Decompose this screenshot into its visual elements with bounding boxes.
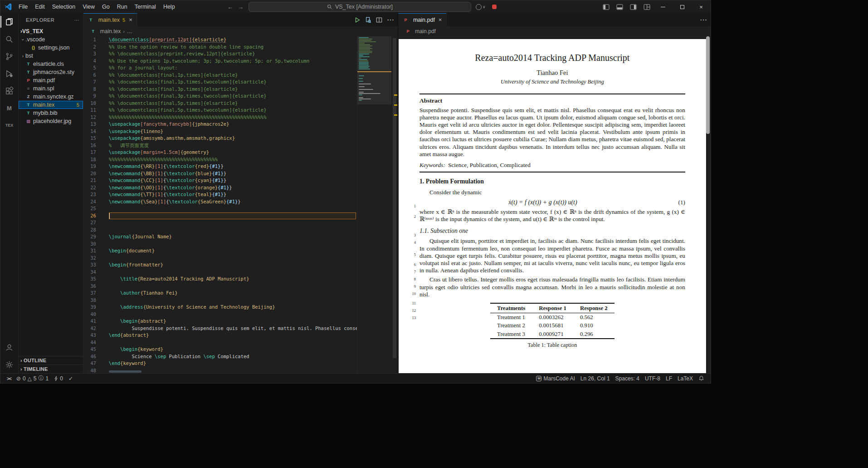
account-icon[interactable] — [0, 339, 19, 356]
line-number[interactable]: 10 — [83, 100, 103, 107]
line-number[interactable]: 37 — [83, 290, 103, 297]
file-tree-item[interactable]: ›.vscode — [19, 35, 83, 44]
line-number[interactable]: 48 — [83, 367, 103, 374]
line-number[interactable]: 7 — [83, 79, 103, 86]
view-pdf-button[interactable] — [365, 17, 371, 23]
line-number[interactable]: 32 — [83, 255, 103, 262]
explorer-more-actions-icon[interactable]: ⋯ — [74, 17, 79, 23]
pdf-scrollbar-thumb[interactable] — [706, 36, 710, 134]
line-number[interactable]: 43 — [83, 332, 103, 339]
code-line[interactable]: 14\usepackage{lineno} — [83, 128, 398, 135]
tab-main-tex[interactable]: T main.tex 5 × — [83, 13, 137, 26]
toggle-secondary-sidebar-icon[interactable] — [626, 0, 640, 13]
code-line[interactable]: 9%% \documentclass[final,3p,times,twocol… — [83, 93, 398, 100]
close-window-button[interactable]: × — [692, 0, 711, 13]
code-line[interactable]: 12%%%%%%%%%%%%%%%%%%%%%%%%%%%%%%%%%%%%%%… — [83, 114, 398, 121]
code-line[interactable]: 29\journal{Journal Name} — [83, 233, 398, 241]
pdf-scrollbar[interactable] — [706, 36, 710, 373]
code-line[interactable]: 17\usepackage[margin=1.5cm]{geometry} — [83, 149, 398, 156]
code-line[interactable]: 10%% \documentclass[final,5p,times]{elsa… — [83, 100, 398, 107]
line-number[interactable]: 45 — [83, 346, 103, 353]
more-editor-actions-icon[interactable]: ⋯ — [387, 15, 394, 24]
code-line[interactable]: 39 \address{University of Science and Te… — [83, 304, 398, 311]
tab-main-pdf[interactable]: P main.pdf × — [398, 13, 447, 26]
line-number[interactable]: 3 — [83, 50, 103, 58]
code-line[interactable]: 30 — [83, 241, 398, 248]
remote-indicator[interactable]: >< — [4, 374, 14, 384]
vertical-scrollbar[interactable] — [391, 36, 398, 373]
command-center-search[interactable]: VS_Tex [Administrator] — [249, 2, 471, 12]
line-number[interactable]: 1 — [83, 36, 103, 44]
file-tree-item[interactable]: {}settings.json — [19, 44, 83, 52]
code-line[interactable]: 22\newcommand{\OO}[1]{\textcolor{orange}… — [83, 184, 398, 192]
code-line[interactable]: 37 \author{Tianhao Fei} — [83, 290, 398, 297]
line-number[interactable]: 36 — [83, 283, 103, 290]
code-line[interactable]: 42 Suspendisse potenti. Suspendisse quis… — [83, 325, 398, 332]
build-latex-button[interactable] — [354, 17, 361, 23]
line-number[interactable]: 44 — [83, 339, 103, 346]
build-check-status[interactable]: ✓ — [66, 374, 76, 384]
line-number[interactable]: 6 — [83, 72, 103, 79]
line-number[interactable]: 35 — [83, 276, 103, 283]
code-line[interactable]: 18%%%%%%%%%%%%%%%%%%%%%%%%%%%%%%%%%%%%%% — [83, 156, 398, 163]
timeline-section[interactable]: › TIMELINE — [19, 365, 83, 373]
outline-section[interactable]: › OUTLINE — [19, 356, 83, 365]
problems-status[interactable]: ⊘0 △5 ⓘ1 — [14, 374, 51, 384]
code-line[interactable]: 27 — [83, 219, 398, 227]
run-debug-icon[interactable] — [0, 65, 19, 82]
code-line[interactable]: 23\newcommand{\TT}[1]{\textcolor{teal}{#… — [83, 191, 398, 198]
eol-status[interactable]: LF — [663, 374, 675, 384]
line-number[interactable]: 23 — [83, 191, 103, 198]
line-number[interactable]: 31 — [83, 247, 103, 255]
code-line[interactable]: 2%% Use the option review to obtain doub… — [83, 44, 398, 51]
menu-file[interactable]: File — [15, 2, 31, 12]
file-tree-item[interactable]: ›bst — [19, 52, 83, 60]
code-line[interactable]: 38 — [83, 297, 398, 304]
minimap[interactable] — [357, 36, 391, 373]
line-number[interactable]: 14 — [83, 128, 103, 135]
line-number[interactable]: 41 — [83, 318, 103, 325]
code-line[interactable]: 45 \begin{keyword} — [83, 346, 398, 353]
line-number[interactable]: 39 — [83, 304, 103, 311]
code-line[interactable]: 32 — [83, 255, 398, 262]
cursor-position-status[interactable]: Ln 26, Col 1 — [578, 374, 613, 384]
file-tree-item[interactable]: Tmybib.bib — [19, 109, 83, 117]
line-number[interactable]: 47 — [83, 360, 103, 367]
line-number[interactable]: 42 — [83, 325, 103, 332]
code-line[interactable]: 19\newcommand{\RR}[1]{\textcolor{red}{#1… — [83, 163, 398, 170]
more-editor-actions-icon[interactable]: ⋯ — [700, 15, 707, 24]
file-tree-item[interactable]: Telsarticle.cls — [19, 60, 83, 68]
line-number[interactable]: 12 — [83, 114, 103, 121]
line-number[interactable]: 18 — [83, 156, 103, 163]
code-line[interactable]: 24\newcommand{\Sea}[1]{\textcolor{SeaGre… — [83, 198, 398, 206]
code-line[interactable]: 16% 调节页面宽度 — [83, 142, 398, 149]
code-line[interactable]: 41 \begin{abstract} — [83, 318, 398, 325]
code-line[interactable]: 46 Science \sep Publication \sep Complic… — [83, 353, 398, 360]
line-number[interactable]: 29 — [83, 233, 103, 241]
menu-view[interactable]: View — [79, 2, 98, 12]
line-number[interactable]: 15 — [83, 135, 103, 142]
menu-edit[interactable]: Edit — [31, 2, 49, 12]
minimize-button[interactable] — [653, 0, 673, 13]
extensions-icon[interactable] — [0, 82, 19, 99]
encoding-status[interactable]: UTF-8 — [642, 374, 663, 384]
line-number[interactable]: 27 — [83, 219, 103, 227]
code-line[interactable]: 7%% \documentclass[final,1p,times,twocol… — [83, 79, 398, 86]
menu-selection[interactable]: Selection — [49, 2, 79, 12]
code-line[interactable]: 34 — [83, 269, 398, 276]
code-line[interactable]: 43\end{abstract} — [83, 332, 398, 339]
marscode-icon[interactable]: M — [0, 99, 19, 117]
customize-layout-icon[interactable] — [640, 0, 653, 13]
line-number[interactable]: 9 — [83, 93, 103, 100]
explorer-root-folder[interactable]: › VS_TEX — [19, 27, 83, 35]
line-number[interactable]: 46 — [83, 353, 103, 360]
code-line[interactable]: 36 — [83, 283, 398, 290]
code-line[interactable]: 28 — [83, 227, 398, 234]
code-editor[interactable]: 1\documentclass[preprint,12pt]{elsarticl… — [83, 36, 398, 373]
code-line[interactable]: 1\documentclass[preprint,12pt]{elsarticl… — [83, 36, 398, 44]
nav-back-icon[interactable]: ← — [227, 4, 233, 10]
split-editor-icon[interactable] — [376, 17, 382, 23]
code-line[interactable]: 11%% \documentclass[final,5p,times,twoco… — [83, 107, 398, 114]
explorer-icon[interactable] — [0, 13, 19, 30]
line-number[interactable]: 28 — [83, 227, 103, 234]
